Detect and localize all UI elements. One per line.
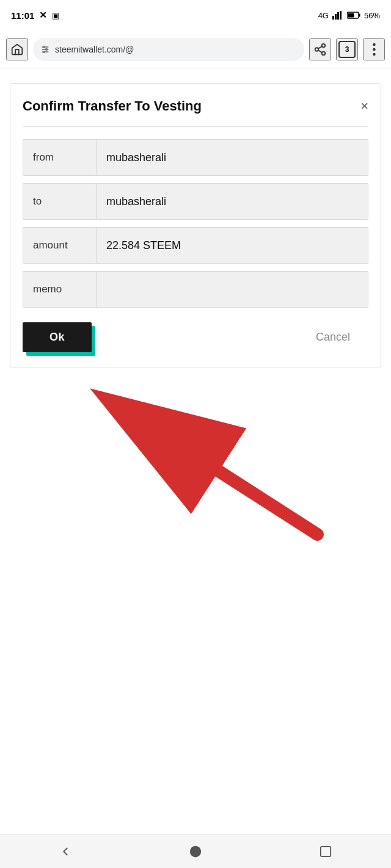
address-bar[interactable]: steemitwallet.com/@ bbox=[33, 38, 304, 61]
to-value: mubasherali bbox=[97, 184, 368, 219]
tabs-button[interactable]: 3 bbox=[336, 38, 358, 60]
svg-point-19 bbox=[373, 48, 375, 50]
svg-rect-0 bbox=[332, 16, 334, 20]
divider bbox=[23, 126, 368, 127]
arrow-annotation bbox=[10, 367, 381, 551]
back-button[interactable] bbox=[50, 836, 81, 867]
menu-button[interactable] bbox=[363, 38, 385, 60]
tab-count: 3 bbox=[338, 41, 356, 58]
from-value: mubasherali bbox=[97, 140, 368, 175]
status-time: 11:01 bbox=[11, 10, 34, 21]
recents-button[interactable] bbox=[310, 836, 341, 867]
to-row: to mubasherali bbox=[23, 183, 368, 220]
dialog-header: Confirm Transfer To Vesting × bbox=[23, 98, 368, 114]
cancel-button[interactable]: Cancel bbox=[298, 322, 368, 352]
buttons-row: Ok Cancel bbox=[23, 322, 368, 352]
confirm-dialog: Confirm Transfer To Vesting × from mubas… bbox=[10, 83, 381, 367]
svg-rect-5 bbox=[359, 14, 360, 17]
url-text: steemitwallet.com/@ bbox=[55, 45, 134, 54]
ok-button-wrapper: Ok bbox=[23, 322, 92, 352]
to-label: to bbox=[23, 184, 97, 219]
svg-point-20 bbox=[373, 52, 375, 55]
ok-button[interactable]: Ok bbox=[23, 322, 92, 352]
svg-point-11 bbox=[46, 48, 48, 50]
svg-line-22 bbox=[111, 402, 317, 535]
x-icon: ✕ bbox=[39, 10, 47, 21]
bottom-nav bbox=[0, 834, 391, 868]
from-label: from bbox=[23, 140, 97, 175]
svg-point-10 bbox=[43, 46, 45, 48]
svg-rect-24 bbox=[321, 846, 331, 856]
svg-point-23 bbox=[190, 845, 201, 856]
browser-bar: steemitwallet.com/@ 3 bbox=[0, 31, 391, 68]
svg-point-18 bbox=[373, 43, 375, 45]
memo-value bbox=[97, 272, 368, 307]
from-row: from mubasherali bbox=[23, 139, 368, 176]
home-nav-button[interactable] bbox=[180, 836, 211, 867]
arrow-svg bbox=[10, 367, 381, 551]
svg-line-17 bbox=[318, 46, 322, 48]
svg-line-16 bbox=[318, 50, 322, 52]
svg-rect-2 bbox=[337, 12, 339, 20]
page-content: Confirm Transfer To Vesting × from mubas… bbox=[0, 68, 391, 565]
amount-value: 22.584 STEEM bbox=[97, 228, 368, 263]
dialog-title: Confirm Transfer To Vesting bbox=[23, 98, 202, 114]
memo-row: memo bbox=[23, 271, 368, 308]
share-button[interactable] bbox=[309, 38, 331, 60]
signal-icon bbox=[332, 11, 343, 20]
home-button[interactable] bbox=[6, 38, 28, 60]
network-label: 4G bbox=[318, 11, 329, 20]
close-button[interactable]: × bbox=[360, 99, 368, 113]
filter-icon bbox=[40, 45, 50, 54]
svg-rect-1 bbox=[335, 14, 337, 20]
amount-label: amount bbox=[23, 228, 97, 263]
status-bar: 11:01 ✕ ▣ 4G 56% bbox=[0, 0, 391, 31]
svg-rect-3 bbox=[340, 11, 342, 20]
svg-point-12 bbox=[43, 51, 45, 52]
battery-icon bbox=[347, 12, 360, 19]
svg-rect-6 bbox=[348, 13, 354, 18]
battery-percent: 56% bbox=[364, 11, 380, 20]
sim-icon: ▣ bbox=[52, 11, 59, 20]
memo-label: memo bbox=[23, 272, 97, 307]
amount-row: amount 22.584 STEEM bbox=[23, 227, 368, 264]
